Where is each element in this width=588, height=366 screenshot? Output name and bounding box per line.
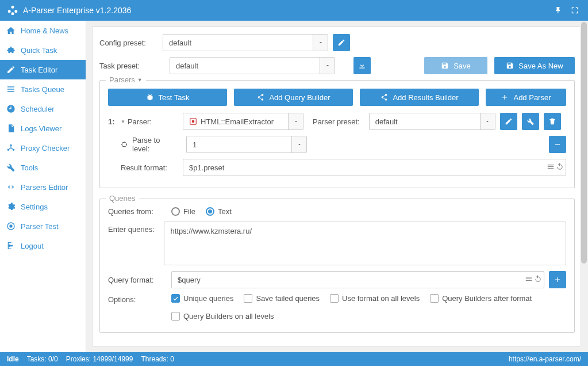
configure-parser-button[interactable] xyxy=(522,113,539,130)
menu-icon[interactable] xyxy=(547,163,555,173)
queries-from-file-radio[interactable]: File xyxy=(171,207,195,216)
html-icon xyxy=(189,117,197,125)
pencil-icon xyxy=(6,64,16,75)
result-format-input[interactable] xyxy=(183,159,566,176)
status-link[interactable]: https://en.a-parser.com/ xyxy=(509,355,581,363)
status-threads: Threads: 0 xyxy=(141,355,174,363)
edit-parser-button[interactable] xyxy=(500,113,517,130)
minus-icon xyxy=(554,140,562,148)
chevron-down-icon xyxy=(480,113,495,129)
sidebar-item-home[interactable]: Home & News xyxy=(0,21,86,40)
svg-point-10 xyxy=(192,120,195,123)
network-icon xyxy=(6,143,16,153)
save-as-new-button[interactable]: Save As New xyxy=(494,57,575,74)
parser-select[interactable]: HTML::EmailExtractor xyxy=(183,113,303,130)
vertical-scrollbar[interactable] xyxy=(580,21,588,352)
parser-preset-value: default xyxy=(370,113,495,129)
title-bar: A-Parser Enterprise v1.2.2036 xyxy=(0,0,588,21)
test-task-button[interactable]: Test Task xyxy=(108,89,227,106)
sidebar-item-proxy-checker[interactable]: Proxy Checker xyxy=(0,138,86,158)
enter-queries-textarea[interactable] xyxy=(164,222,566,265)
logout-icon xyxy=(6,241,16,251)
chevron-down-icon xyxy=(320,58,335,74)
sidebar-item-settings[interactable]: Settings xyxy=(0,197,86,216)
sidebar-item-parser-test[interactable]: Parser Test xyxy=(0,216,86,236)
parsers-legend[interactable]: Parsers ▼ xyxy=(106,75,146,84)
sidebar-item-logs-viewer[interactable]: Logs Viewer xyxy=(0,119,86,138)
pencil-icon xyxy=(505,117,513,125)
query-format-label: Query format: xyxy=(108,276,171,284)
queries-from-label: Queries from: xyxy=(108,207,171,216)
use-format-all-levels-checkbox[interactable]: Use format on all levels xyxy=(330,294,420,303)
fullscreen-icon[interactable] xyxy=(568,4,581,17)
sidebar-item-label: Logs Viewer xyxy=(21,124,62,133)
add-query-builder-button[interactable]: Add Query Builder xyxy=(234,89,353,106)
sidebar-item-quick-task[interactable]: Quick Task xyxy=(0,40,86,60)
home-icon xyxy=(6,25,16,36)
parse-to-level-label: Parse to level: xyxy=(132,136,182,153)
add-parser-button[interactable]: Add Parser xyxy=(486,89,566,106)
result-format-label: Result format: xyxy=(121,163,178,172)
svg-point-1 xyxy=(8,10,11,13)
svg-point-0 xyxy=(11,6,14,9)
task-preset-label: Task preset: xyxy=(99,62,163,70)
unique-queries-checkbox[interactable]: Unique queries xyxy=(171,294,233,303)
svg-point-8 xyxy=(9,224,12,227)
edit-config-preset-button[interactable] xyxy=(333,34,350,51)
code-icon xyxy=(6,182,16,192)
config-preset-select[interactable]: default xyxy=(163,34,328,51)
queries-fieldset: Queries Queries from: File Text xyxy=(99,199,575,333)
sidebar-item-tasks-queue[interactable]: Tasks Queue xyxy=(0,79,86,99)
undo-icon[interactable] xyxy=(534,275,542,285)
parse-to-level-value: 1 xyxy=(187,136,306,152)
save-button[interactable]: Save xyxy=(424,57,487,74)
sidebar-item-label: Parsers Editor xyxy=(21,183,68,192)
bug-icon xyxy=(146,93,154,101)
download-task-preset-button[interactable] xyxy=(353,57,371,74)
delete-parser-button[interactable] xyxy=(544,113,561,130)
sidebar-item-tools[interactable]: Tools xyxy=(0,158,86,177)
parser-preset-select[interactable]: default xyxy=(369,113,495,130)
task-preset-select[interactable]: default xyxy=(170,57,335,74)
sidebar-item-label: Scheduler xyxy=(21,105,55,113)
app-title: A-Parser Enterprise v1.2.2036 xyxy=(23,6,549,15)
parse-to-level-select[interactable]: 1 xyxy=(186,136,307,153)
parser-label: ▼ Parser: xyxy=(121,117,178,126)
svg-point-3 xyxy=(11,12,14,15)
sidebar-item-label: Parser Test xyxy=(21,222,59,231)
parsers-fieldset: Parsers ▼ Test Task Add Query Builder Ad… xyxy=(99,80,575,188)
sidebar-item-scheduler[interactable]: Scheduler xyxy=(0,99,86,119)
queries-legend: Queries xyxy=(106,194,139,203)
save-icon xyxy=(506,62,514,70)
query-builders-all-levels-checkbox[interactable]: Query Builders on all levels xyxy=(171,312,274,321)
pencil-icon xyxy=(337,39,345,47)
collapse-parser-button[interactable] xyxy=(549,136,566,153)
parser-preset-label: Parser preset: xyxy=(308,117,364,126)
sidebar-item-task-editor[interactable]: Task Editor xyxy=(0,60,86,79)
save-failed-queries-checkbox[interactable]: Save failed queries xyxy=(244,294,320,303)
share-icon xyxy=(256,93,264,101)
sidebar-item-logout[interactable]: Logout xyxy=(0,236,86,256)
status-tasks: Tasks: 0/0 xyxy=(27,355,58,363)
config-preset-value: default xyxy=(163,35,328,51)
query-builders-after-format-checkbox[interactable]: Query Builders after format xyxy=(430,294,532,303)
add-results-builder-button[interactable]: Add Results Builder xyxy=(360,89,479,106)
enter-queries-label: Enter queries: xyxy=(108,222,164,234)
menu-icon[interactable] xyxy=(525,275,533,285)
trash-icon xyxy=(548,117,556,125)
save-label: Save xyxy=(454,62,471,70)
main-container: Home & News Quick Task Task Editor Tasks… xyxy=(0,21,588,352)
share-icon xyxy=(380,93,388,101)
undo-icon[interactable] xyxy=(556,163,564,173)
filter-icon: ▼ xyxy=(121,119,125,124)
save-icon xyxy=(441,62,449,70)
scrollbar-thumb[interactable] xyxy=(581,22,587,264)
save-as-new-label: Save As New xyxy=(518,62,563,70)
sidebar-item-parsers-editor[interactable]: Parsers Editor xyxy=(0,177,86,197)
pin-icon[interactable] xyxy=(552,4,565,17)
queries-from-text-radio[interactable]: Text xyxy=(206,207,232,216)
query-format-input[interactable] xyxy=(171,271,544,288)
wrench-icon xyxy=(526,117,535,125)
gear-icon xyxy=(6,201,16,212)
add-query-format-button[interactable] xyxy=(549,271,566,288)
